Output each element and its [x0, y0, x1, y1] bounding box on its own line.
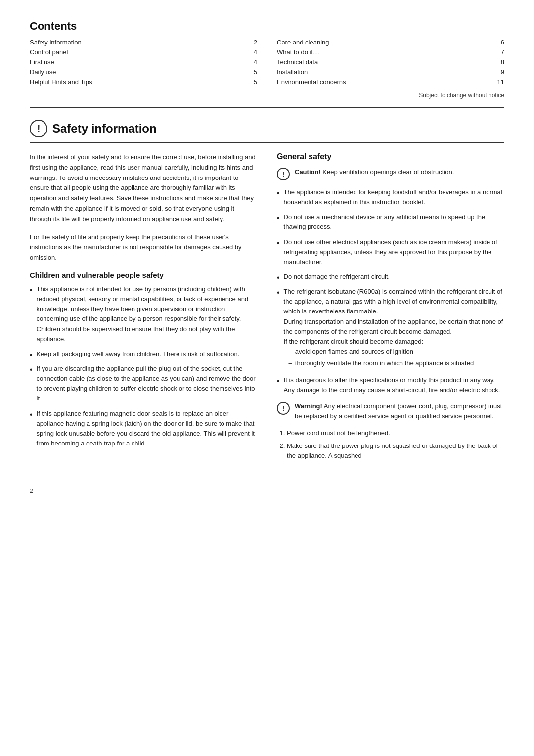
contents-right-col: Care and cleaning 6 What to do if… 7 Tec… [277, 39, 504, 88]
numbered-list-item: Make sure that the power plug is not squ… [287, 441, 504, 461]
safety-content: In the interest of your safety and to en… [30, 152, 504, 464]
warning-block: ! Warning! Any electrical component (pow… [277, 401, 504, 421]
contents-row-label: Environmental concerns [277, 78, 346, 86]
contents-row-page: 5 [254, 78, 257, 86]
contents-row-label: Control panel [30, 48, 68, 56]
contents-row-dots [331, 44, 499, 44]
contents-row-dots [321, 54, 499, 54]
bullet-text: The refrigerant isobutane (R600a) is con… [284, 287, 504, 370]
contents-row-label: Care and cleaning [277, 39, 329, 46]
bullet-text: This appliance is not intended for use b… [37, 284, 257, 344]
bullet-dot: • [277, 377, 280, 385]
bullet-dot: • [277, 289, 280, 297]
contents-row-label: What to do if… [277, 48, 319, 56]
safety-right: General safety ! Caution! Keep ventilati… [277, 152, 504, 464]
contents-row-page: 4 [254, 48, 257, 56]
contents-row-dots [70, 54, 251, 54]
contents-row-dots [94, 84, 251, 84]
dash-list: avoid open flames and sources of ignitio… [284, 347, 504, 368]
contents-row-page: 8 [501, 58, 504, 66]
numbered-list-item: Power cord must not be lengthened. [287, 428, 504, 438]
bullet-text: If you are discarding the appliance pull… [37, 364, 257, 404]
children-section-title: Children and vulnerable people safety [30, 271, 257, 279]
contents-row-page: 9 [501, 68, 504, 76]
safety-title: Safety information [52, 122, 157, 135]
list-item: thoroughly ventilate the room in which t… [289, 358, 504, 368]
bullet-text: Do not use other electrical appliances (… [284, 237, 504, 267]
contents-row-label: First use [30, 58, 54, 66]
page: Contents Safety information 2 Control pa… [0, 0, 534, 756]
bullet-text: Do not use a mechanical device or any ar… [284, 212, 504, 232]
contents-row-page: 11 [497, 78, 504, 86]
contents-row: Environmental concerns 11 [277, 78, 504, 86]
contents-section: Contents Safety information 2 Control pa… [30, 20, 504, 108]
caution-icon-1: ! [277, 168, 290, 180]
bullet-text: Keep all packaging well away from childr… [37, 349, 257, 359]
bullet-text: The appliance is intended for keeping fo… [284, 187, 504, 207]
contents-row-dots [320, 64, 499, 64]
bullet-dot: • [277, 274, 280, 282]
contents-row-dots [310, 74, 499, 74]
contents-row-page: 6 [501, 39, 504, 46]
contents-row-label: Helpful Hints and Tips [30, 78, 92, 86]
safety-left: In the interest of your safety and to en… [30, 152, 257, 464]
list-item: •It is dangerous to alter the specificat… [277, 375, 504, 395]
bullet-dot: • [30, 286, 33, 294]
page-number: 2 [30, 487, 504, 494]
list-item: •Do not damage the refrigerant circuit. [277, 272, 504, 282]
list-item: •If this appliance featuring magnetic do… [30, 409, 257, 449]
contents-row: Helpful Hints and Tips 5 [30, 78, 257, 86]
contents-title: Contents [30, 20, 504, 33]
intro-para-1: In the interest of your safety and to en… [30, 152, 257, 224]
contents-row: Control panel 4 [30, 48, 257, 56]
contents-row-dots [56, 64, 252, 64]
contents-row: Daily use 5 [30, 68, 257, 76]
bullet-text: If this appliance featuring magnetic doo… [37, 409, 257, 449]
contents-row: Installation 9 [277, 68, 504, 76]
warning-text: Warning! Any electrical component (power… [295, 401, 504, 421]
contents-row: What to do if… 7 [277, 48, 504, 56]
contents-row-dots [58, 74, 251, 74]
contents-row-page: 4 [254, 58, 257, 66]
list-item: •Do not use other electrical appliances … [277, 237, 504, 267]
general-safety-list: •The appliance is intended for keeping f… [277, 187, 504, 396]
caution-label-1: Caution! [295, 168, 321, 176]
contents-row: First use 4 [30, 58, 257, 66]
dash-text: avoid open flames and sources of ignitio… [295, 347, 413, 356]
contents-row-label: Daily use [30, 68, 56, 76]
bullet-dot: • [277, 189, 280, 197]
bullet-dot: • [30, 351, 33, 359]
contents-row: Care and cleaning 6 [277, 39, 504, 46]
contents-row-label: Technical data [277, 58, 318, 66]
list-item: •Keep all packaging well away from child… [30, 349, 257, 359]
contents-row-label: Installation [277, 68, 308, 76]
list-item: •Do not use a mechanical device or any a… [277, 212, 504, 232]
contents-row-page: 7 [501, 48, 504, 56]
children-bullet-list: •This appliance is not intended for use … [30, 284, 257, 448]
safety-section: ! Safety information In the interest of … [30, 120, 504, 464]
numbered-list: Power cord must not be lengthened.Make s… [277, 428, 504, 461]
list-item: •The refrigerant isobutane (R600a) is co… [277, 287, 504, 370]
bullet-dot: • [277, 214, 280, 222]
general-safety-title: General safety [277, 152, 504, 161]
contents-row-page: 2 [254, 39, 257, 46]
bullet-dot: • [30, 366, 33, 374]
contents-row-page: 5 [254, 68, 257, 76]
list-item: •This appliance is not intended for use … [30, 284, 257, 344]
caution-text-1: Caution! Keep ventilation openings clear… [295, 167, 454, 177]
bullet-text: Do not damage the refrigerant circuit. [284, 272, 504, 282]
safety-header: ! Safety information [30, 120, 504, 143]
bullet-dot: • [30, 411, 33, 419]
warning-icon-large: ! [30, 120, 47, 137]
caution-content-1: Keep ventilation openings clear of obstr… [322, 168, 454, 176]
warning-label: Warning! [295, 402, 322, 410]
contents-grid: Safety information 2 Control panel 4 Fir… [30, 39, 504, 88]
warning-icon: ! [277, 402, 290, 415]
dash-text: thoroughly ventilate the room in which t… [295, 358, 474, 368]
contents-row: Safety information 2 [30, 39, 257, 46]
contents-row-dots [84, 44, 252, 44]
bullet-text: It is dangerous to alter the specificati… [284, 375, 504, 395]
bottom-divider [30, 472, 504, 472]
intro-para-2: For the safety of life and property keep… [30, 232, 257, 263]
list-item: •The appliance is intended for keeping f… [277, 187, 504, 207]
